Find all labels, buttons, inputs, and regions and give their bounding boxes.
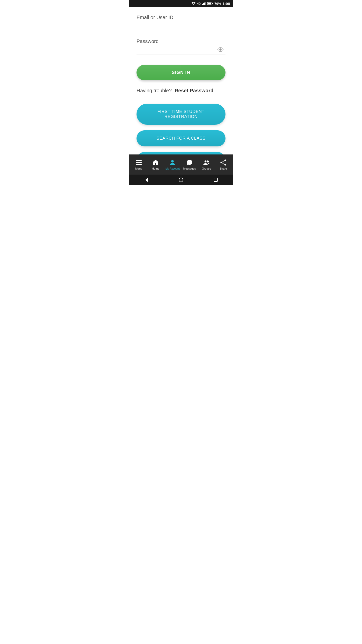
home-label: Home [152,167,159,170]
home-button[interactable] [176,175,186,185]
battery-percent: 70% [214,2,221,6]
email-input-wrapper [137,23,225,31]
groups-label: Groups [202,167,211,170]
password-field-group: Password [137,38,225,55]
password-label: Password [137,38,225,44]
home-icon [152,159,159,166]
svg-rect-5 [212,3,213,4]
svg-rect-0 [202,4,203,5]
svg-point-18 [207,160,209,163]
svg-point-19 [224,159,226,161]
svg-marker-24 [145,178,148,182]
email-label: Email or User ID [137,15,225,20]
nav-item-home[interactable]: Home [147,159,164,170]
first-time-student-button[interactable]: FIRST TIME STUDENT REGISTRATION [137,104,225,125]
back-button[interactable] [141,175,151,185]
menu-label: Menu [135,167,142,170]
status-bar: 4G 70% 1:08 [129,0,233,7]
svg-point-17 [205,160,207,163]
signal-label: 4G [197,2,201,5]
svg-point-16 [190,162,191,163]
android-nav [129,175,233,185]
account-icon [169,159,176,166]
svg-point-25 [179,178,183,182]
reset-password-link[interactable]: Reset Password [175,88,214,93]
svg-rect-10 [136,160,142,161]
svg-line-23 [222,163,224,165]
messages-label: Messages [183,167,196,170]
svg-rect-3 [205,2,206,5]
svg-rect-6 [208,3,211,5]
email-field-group: Email or User ID [137,15,225,31]
svg-line-22 [222,160,224,162]
groups-icon [203,159,210,166]
svg-rect-12 [136,164,142,165]
trouble-line: Having trouble? Reset Password [137,88,225,94]
svg-point-15 [189,162,190,163]
svg-rect-1 [203,3,204,5]
share-label: Share [220,167,227,170]
password-visibility-toggle[interactable] [217,47,223,53]
bottom-nav: Menu Home My Account Messages [129,154,233,175]
svg-rect-11 [136,162,142,163]
battery-icon [207,2,213,5]
svg-rect-2 [204,3,205,5]
events-button[interactable]: EVENTS [137,152,225,154]
svg-rect-26 [214,178,217,182]
nav-item-messages[interactable]: Messages [181,159,198,170]
nav-item-myaccount[interactable]: My Account [164,159,181,170]
search-class-button[interactable]: SEARCH FOR A CLASS [137,130,225,146]
nav-item-groups[interactable]: Groups [198,159,215,170]
password-input-wrapper [137,47,225,55]
email-input[interactable] [137,23,225,29]
share-icon [220,159,227,166]
recents-button[interactable] [211,175,221,185]
sign-in-button[interactable]: SIGN IN [137,65,225,80]
menu-icon [135,159,142,166]
nav-item-menu[interactable]: Menu [130,159,147,170]
trouble-text: Having trouble? [137,88,172,93]
wifi-icon [192,2,196,6]
time-display: 1:08 [222,2,230,6]
password-input[interactable] [137,47,225,53]
messages-icon [186,159,193,166]
myaccount-label: My Account [165,167,180,170]
svg-point-14 [188,162,189,163]
svg-point-13 [171,160,174,163]
bars-icon [202,2,206,5]
nav-item-share[interactable]: Share [215,159,232,170]
svg-point-20 [220,162,222,163]
svg-point-21 [224,164,226,166]
svg-point-9 [220,49,221,50]
main-content: Email or User ID Password SIGN IN Having… [129,7,233,154]
